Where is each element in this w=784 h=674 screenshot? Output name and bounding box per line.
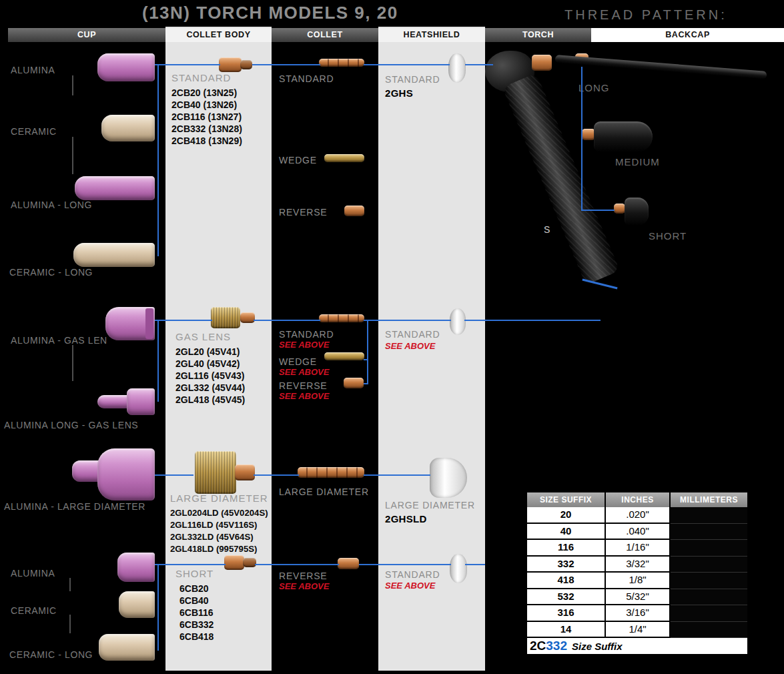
label-tick [69,578,71,591]
connector-line [254,474,299,476]
connector-line [155,474,193,476]
connector-line [157,564,159,651]
backcap-thread [614,204,625,214]
part-tip [240,312,255,323]
part-number: 6CB116 [175,607,214,619]
inches-cell: 1/8" [606,573,671,589]
collet-reverse2-image [344,378,364,388]
column-header-collet-body: COLLET BODY [165,28,272,42]
size-suffix-example: 2C332Size Suffix [527,638,747,654]
part-tip [243,558,256,567]
inches-cell: .040" [606,524,671,541]
section-heading: SHORT [175,568,214,579]
label-tick [69,615,71,633]
connector-line [364,474,430,476]
collet-large-diameter-label: LARGE DIAMETER [279,486,369,497]
cup-flange [145,308,153,339]
cup-image-ceramic [101,115,155,141]
column-header-torch: TORCH [485,28,591,42]
connector-line [254,320,320,321]
connector-line [367,320,368,384]
connector-line [464,320,601,321]
backcap-body [625,198,649,226]
part-number: 2GL418 (45V45) [175,394,245,406]
torch-tip-line [582,279,617,290]
cup-label-alumina-short: ALUMINA [11,568,55,579]
part-number: 2GL0204LD (45V0204S) [170,507,268,519]
size-suffix-cell: 418 [527,573,606,589]
table-row: 532 5/32" [527,589,747,606]
millimeters-cell [671,573,747,589]
table-row: 418 1/8" [527,573,747,589]
connector-line [157,320,159,402]
part-body [224,555,244,570]
collet-reverse-label: REVERSE [279,207,328,218]
cup-image-alumina-long [75,176,155,200]
inches-cell: 3/32" [606,557,671,573]
cup-label-alumina-long: ALUMINA - LONG [11,200,92,210]
collet-wedge-label: WEDGE [279,155,317,165]
torch-handle [502,73,620,285]
cup-image-ceramic-short [119,591,155,618]
size-suffix-cell: 14 [527,622,606,639]
collet-standard2-see-above: SEE ABOVE [279,340,329,350]
connector-line [364,320,451,321]
millimeters-cell [671,605,747,622]
heatshield-standard-image [448,53,466,83]
collet-reverse3-see-above: SEE ABOVE [279,581,329,591]
table-header-row: SIZE SUFFIX INCHES MILLIMETERS [527,492,747,507]
part-number: 2GL20 (45V41) [175,346,245,358]
collet-body-short-image [224,553,256,573]
cup-label-ceramic-long: CERAMIC - LONG [9,267,93,278]
collet-standard-label: STANDARD [279,73,334,84]
example-prefix: 2C [530,639,546,653]
millimeters-cell [671,540,747,557]
collet-standard2-image [319,314,364,322]
cup-image-ceramic-long [73,243,155,267]
part-number: 6CB418 [175,631,214,643]
connector-line [581,210,615,211]
part-number: 2GL332 (45V44) [175,382,245,394]
backcap-medium-label: MEDIUM [615,156,660,167]
collet-body-gas-lens-section: GAS LENS 2GL20 (45V41) 2GL40 (45V42) 2GL… [175,331,245,406]
size-suffix-cell: 532 [527,589,606,606]
collet-reverse2-see-above: SEE ABOVE [279,391,329,401]
header-millimeters: MILLIMETERS [671,492,747,507]
size-suffix-cell: 20 [527,507,606,524]
connector-line [155,320,212,321]
part-number: 2CB332 (13N28) [171,123,242,135]
cup-image-alumina [97,53,155,81]
part-number: 2CB40 (13N26) [171,99,242,111]
backcap-thread [582,129,595,140]
size-suffix-cell: 116 [527,540,606,557]
table-row: 116 1/16" [527,540,747,557]
part-number: 2CB116 (13N27) [171,111,242,123]
size-suffix-cell: 332 [527,557,606,573]
label-tick [72,137,73,174]
part-number: 6CB20 [175,583,214,595]
collet-reverse3-label: REVERSE [279,571,328,581]
cup-image-ceramic-long-short [99,634,155,661]
column-header-backcap: BACKCAP [591,28,784,42]
cup-image-alumina-long-gas-lens [97,388,155,415]
table-row: 332 3/32" [527,557,747,573]
cup-label-alumina-gas-lens: ALUMINA - GAS LEN [11,335,107,346]
heatshield-standard3-see-above: SEE ABOVE [385,581,435,591]
millimeters-cell [671,622,747,639]
collet-wedge-image [324,154,364,162]
size-suffix-cell: 40 [527,524,606,541]
thread-pattern-label: THREAD PATTERN: [564,7,727,23]
table-row: 14 1/4" [527,622,747,639]
connector-line [155,564,226,565]
torch-text-fragment: S [544,224,550,235]
torch-fitting [532,55,552,71]
heatshield-standard-label: STANDARD [385,74,440,85]
heatshield-standard3-label: STANDARD [385,569,440,580]
section-heading: LARGE DIAMETER [170,492,268,504]
collet-wedge2-image [324,352,364,360]
part-tip [235,464,255,480]
cup-image-alumina-large-diameter [72,448,155,500]
inches-cell: 3/16" [606,605,671,622]
backcap-long-rod [555,55,767,79]
cup-label-ceramic-long-short: CERAMIC - LONG [9,649,93,660]
